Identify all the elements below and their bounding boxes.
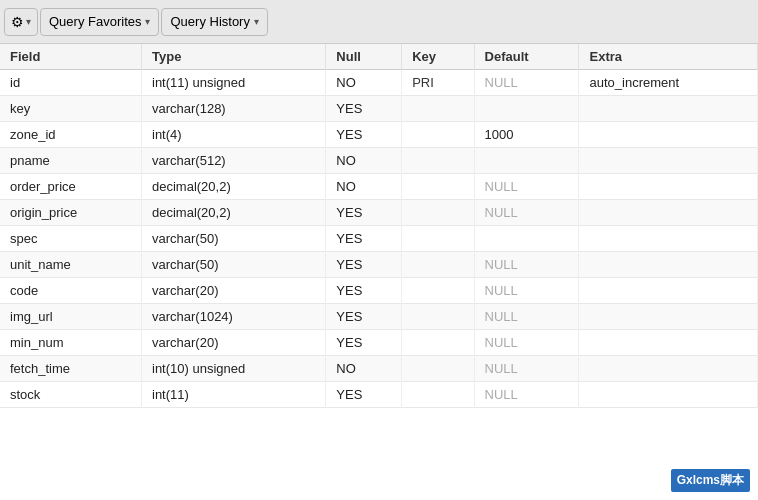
- table-row: img_urlvarchar(1024)YESNULL: [0, 304, 758, 330]
- col-header-default: Default: [474, 44, 579, 70]
- cell-key: [402, 200, 474, 226]
- cell-field: stock: [0, 382, 142, 408]
- cell-key: [402, 226, 474, 252]
- query-history-label: Query History: [170, 14, 249, 29]
- cell-type: varchar(128): [142, 96, 326, 122]
- cell-null: NO: [326, 174, 402, 200]
- cell-type: int(11) unsigned: [142, 70, 326, 96]
- cell-default: NULL: [474, 330, 579, 356]
- cell-key: [402, 148, 474, 174]
- cell-null: YES: [326, 226, 402, 252]
- cell-extra: [579, 252, 758, 278]
- cell-key: [402, 356, 474, 382]
- cell-field: unit_name: [0, 252, 142, 278]
- query-favorites-label: Query Favorites: [49, 14, 141, 29]
- cell-field: img_url: [0, 304, 142, 330]
- table-container: Field Type Null Key Default Extra idint(…: [0, 44, 758, 500]
- cell-default: NULL: [474, 252, 579, 278]
- cell-key: [402, 278, 474, 304]
- cell-extra: [579, 226, 758, 252]
- query-favorites-button[interactable]: Query Favorites ▾: [40, 8, 159, 36]
- cell-extra: [579, 278, 758, 304]
- table-header-row: Field Type Null Key Default Extra: [0, 44, 758, 70]
- cell-null: YES: [326, 200, 402, 226]
- table-row: idint(11) unsignedNOPRINULLauto_incremen…: [0, 70, 758, 96]
- cell-field: origin_price: [0, 200, 142, 226]
- cell-type: decimal(20,2): [142, 174, 326, 200]
- cell-key: [402, 122, 474, 148]
- table-row: unit_namevarchar(50)YESNULL: [0, 252, 758, 278]
- cell-type: varchar(1024): [142, 304, 326, 330]
- col-header-key: Key: [402, 44, 474, 70]
- toolbar: ⚙ ▾ Query Favorites ▾ Query History ▾: [0, 0, 758, 44]
- cell-extra: [579, 96, 758, 122]
- table-row: zone_idint(4)YES1000: [0, 122, 758, 148]
- gear-dropdown-arrow: ▾: [26, 16, 31, 27]
- cell-default: [474, 148, 579, 174]
- col-header-extra: Extra: [579, 44, 758, 70]
- cell-field: key: [0, 96, 142, 122]
- cell-extra: [579, 122, 758, 148]
- cell-null: YES: [326, 304, 402, 330]
- cell-null: YES: [326, 252, 402, 278]
- cell-default: NULL: [474, 382, 579, 408]
- cell-field: min_num: [0, 330, 142, 356]
- cell-type: int(4): [142, 122, 326, 148]
- favorites-dropdown-arrow: ▾: [145, 16, 150, 27]
- cell-default: [474, 96, 579, 122]
- cell-extra: [579, 330, 758, 356]
- cell-extra: [579, 148, 758, 174]
- cell-default: NULL: [474, 200, 579, 226]
- cell-type: decimal(20,2): [142, 200, 326, 226]
- col-header-field: Field: [0, 44, 142, 70]
- cell-key: [402, 96, 474, 122]
- cell-type: varchar(50): [142, 252, 326, 278]
- table-row: order_pricedecimal(20,2)NONULL: [0, 174, 758, 200]
- cell-default: 1000: [474, 122, 579, 148]
- table-row: keyvarchar(128)YES: [0, 96, 758, 122]
- table-row: fetch_timeint(10) unsignedNONULL: [0, 356, 758, 382]
- table-row: stockint(11)YESNULL: [0, 382, 758, 408]
- cell-null: YES: [326, 122, 402, 148]
- cell-field: id: [0, 70, 142, 96]
- table-row: origin_pricedecimal(20,2)YESNULL: [0, 200, 758, 226]
- schema-table: Field Type Null Key Default Extra idint(…: [0, 44, 758, 408]
- table-row: specvarchar(50)YES: [0, 226, 758, 252]
- cell-default: NULL: [474, 70, 579, 96]
- table-row: min_numvarchar(20)YESNULL: [0, 330, 758, 356]
- cell-field: code: [0, 278, 142, 304]
- cell-extra: [579, 356, 758, 382]
- cell-extra: [579, 200, 758, 226]
- query-history-button[interactable]: Query History ▾: [161, 8, 267, 36]
- cell-extra: [579, 174, 758, 200]
- cell-default: NULL: [474, 356, 579, 382]
- watermark: Gxlcms脚本: [671, 469, 750, 492]
- cell-key: [402, 304, 474, 330]
- cell-default: NULL: [474, 174, 579, 200]
- cell-type: int(11): [142, 382, 326, 408]
- table-row: codevarchar(20)YESNULL: [0, 278, 758, 304]
- cell-key: [402, 382, 474, 408]
- cell-key: PRI: [402, 70, 474, 96]
- cell-default: NULL: [474, 278, 579, 304]
- cell-null: YES: [326, 382, 402, 408]
- cell-extra: auto_increment: [579, 70, 758, 96]
- cell-type: varchar(50): [142, 226, 326, 252]
- cell-type: varchar(20): [142, 278, 326, 304]
- gear-icon: ⚙: [11, 14, 24, 30]
- cell-field: order_price: [0, 174, 142, 200]
- cell-extra: [579, 382, 758, 408]
- cell-type: varchar(512): [142, 148, 326, 174]
- cell-null: YES: [326, 278, 402, 304]
- gear-button[interactable]: ⚙ ▾: [4, 8, 38, 36]
- cell-null: NO: [326, 356, 402, 382]
- col-header-null: Null: [326, 44, 402, 70]
- cell-field: zone_id: [0, 122, 142, 148]
- cell-default: [474, 226, 579, 252]
- cell-key: [402, 252, 474, 278]
- cell-type: int(10) unsigned: [142, 356, 326, 382]
- history-dropdown-arrow: ▾: [254, 16, 259, 27]
- cell-null: NO: [326, 148, 402, 174]
- cell-field: fetch_time: [0, 356, 142, 382]
- cell-extra: [579, 304, 758, 330]
